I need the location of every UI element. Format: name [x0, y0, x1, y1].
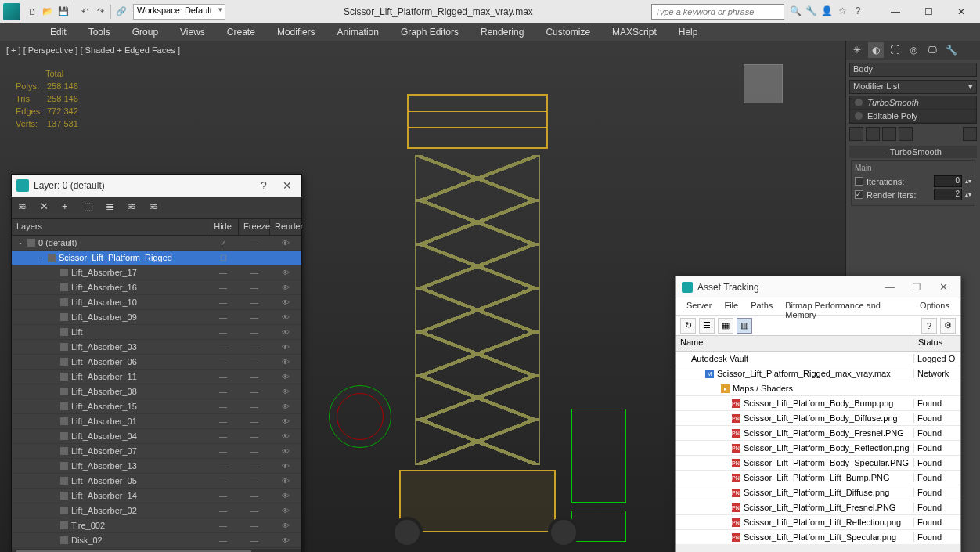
- menu-customize[interactable]: Customize: [535, 24, 601, 40]
- modifier-stack-item[interactable]: Editable Poly: [850, 110, 976, 123]
- iterations-spinner[interactable]: 0: [934, 175, 962, 187]
- link-icon[interactable]: 🔗: [114, 5, 128, 19]
- signin-icon[interactable]: 👤: [820, 5, 833, 18]
- menu-maxscript[interactable]: MAXScript: [601, 24, 668, 40]
- iterations-checkbox[interactable]: [855, 177, 863, 186]
- column-name[interactable]: Name: [676, 336, 913, 351]
- maximize-button[interactable]: ☐: [906, 281, 928, 293]
- asset-row[interactable]: PNGScissor_Lift_Platform_Lift_Reflection…: [676, 515, 960, 530]
- horizontal-scrollbar[interactable]: [676, 544, 960, 552]
- viewport-label[interactable]: [ + ] [ Perspective ] [ Shaded + Edged F…: [6, 45, 180, 55]
- menu-server[interactable]: Server: [680, 298, 718, 315]
- display-tab-icon[interactable]: 🖵: [924, 42, 940, 58]
- asset-row[interactable]: PNGScissor_Lift_Platform_Lift_Specular.p…: [676, 530, 960, 544]
- pin-stack-icon[interactable]: [849, 127, 863, 141]
- render-iters-spinner[interactable]: 2: [934, 189, 962, 200]
- show-result-icon[interactable]: [866, 127, 880, 141]
- tree-view-icon[interactable]: ▥: [737, 318, 752, 334]
- column-freeze[interactable]: Freeze: [239, 219, 270, 235]
- utilities-tab-icon[interactable]: 🔧: [943, 42, 959, 58]
- create-tab-icon[interactable]: ✳: [849, 42, 865, 58]
- configure-sets-icon[interactable]: [963, 127, 977, 141]
- layer-row[interactable]: Lift_Absorber_01——👁: [12, 414, 301, 429]
- undo-icon[interactable]: ↶: [77, 5, 92, 19]
- layer-row[interactable]: Lift_Absorber_08——👁: [12, 384, 301, 399]
- menu-group[interactable]: Group: [121, 24, 169, 40]
- table-view-icon[interactable]: ▦: [718, 318, 733, 334]
- asset-row[interactable]: PNGScissor_Lift_Platform_Body_Fresnel.PN…: [676, 426, 960, 441]
- menu-animation[interactable]: Animation: [326, 24, 390, 40]
- dialog-titlebar[interactable]: Asset Tracking — ☐ ✕: [676, 276, 960, 298]
- layer-row[interactable]: Lift_Absorber_05——👁: [12, 474, 301, 489]
- remove-modifier-icon[interactable]: [899, 127, 913, 141]
- motion-tab-icon[interactable]: ◎: [906, 42, 921, 58]
- layer-row[interactable]: Lift_Absorber_03——👁: [12, 340, 301, 355]
- asset-row[interactable]: PNGScissor_Lift_Platform_Body_Bump.pngFo…: [676, 396, 960, 411]
- column-render[interactable]: Render: [270, 219, 301, 235]
- layer-row[interactable]: -Scissor_Lift_Platform_Rigged☐: [12, 251, 301, 265]
- layer-tree[interactable]: -0 (default)✓—👁-Scissor_Lift_Platform_Ri…: [12, 236, 301, 549]
- layer-row[interactable]: Lift_Absorber_07——👁: [12, 444, 301, 459]
- menu-rendering[interactable]: Rendering: [470, 24, 535, 40]
- asset-row[interactable]: PNGScissor_Lift_Platform_Body_Diffuse.pn…: [676, 411, 960, 426]
- asset-row[interactable]: PNGScissor_Lift_Platform_Lift_Diffuse.pn…: [676, 485, 960, 500]
- hide-unhide-icon[interactable]: ≋: [128, 200, 142, 215]
- list-view-icon[interactable]: ☰: [699, 318, 715, 334]
- layer-row[interactable]: Lift_Absorber_13——👁: [12, 459, 301, 474]
- asset-row[interactable]: PNGScissor_Lift_Platform_Lift_Bump.PNGFo…: [676, 471, 960, 485]
- maximize-button[interactable]: ☐: [913, 2, 944, 21]
- rollout-header[interactable]: - TurboSmooth: [849, 146, 977, 158]
- menu-views[interactable]: Views: [169, 24, 216, 40]
- viewcube[interactable]: [744, 64, 783, 103]
- close-button[interactable]: ✕: [932, 281, 954, 293]
- refresh-icon[interactable]: ↻: [680, 318, 696, 334]
- favorite-icon[interactable]: ☆: [836, 5, 848, 18]
- layer-row[interactable]: Lift_Absorber_09——👁: [12, 310, 301, 325]
- layer-row[interactable]: Lift_Absorber_14——👁: [12, 489, 301, 503]
- asset-row[interactable]: Autodesk VaultLogged O: [676, 352, 960, 366]
- delete-layer-icon[interactable]: ✕: [40, 200, 54, 215]
- new-layer-icon[interactable]: ≋: [18, 200, 32, 215]
- freeze-unfreeze-icon[interactable]: ≋: [150, 200, 164, 215]
- horizontal-scrollbar[interactable]: [12, 549, 301, 552]
- modifier-stack[interactable]: TurboSmoothEditable Poly: [849, 96, 977, 124]
- layer-row[interactable]: Lift_Absorber_17——👁: [12, 265, 301, 280]
- layer-row[interactable]: Tire_002——👁: [12, 518, 301, 533]
- hierarchy-tab-icon[interactable]: ⛶: [887, 42, 903, 58]
- help-icon[interactable]: ?: [921, 318, 937, 334]
- asset-row[interactable]: PNGScissor_Lift_Platform_Body_Reflection…: [676, 441, 960, 456]
- wrench-icon[interactable]: 🔧: [805, 5, 817, 18]
- menu-modifiers[interactable]: Modifiers: [266, 24, 326, 40]
- menu-bitmap-performance-and-memory[interactable]: Bitmap Performance and Memory: [779, 298, 913, 315]
- layer-row[interactable]: Lift——👁: [12, 325, 301, 340]
- new-icon[interactable]: 🗋: [25, 5, 39, 19]
- menu-options[interactable]: Options: [913, 298, 956, 315]
- help-button[interactable]: ?: [254, 179, 273, 192]
- column-status[interactable]: Status: [913, 336, 960, 351]
- asset-tree[interactable]: Autodesk VaultLogged OMScissor_Lift_Plat…: [676, 352, 960, 544]
- asset-row[interactable]: MScissor_Lift_Platform_Rigged_max_vray.m…: [676, 366, 960, 381]
- layer-row[interactable]: Lift_Absorber_02——👁: [12, 503, 301, 518]
- layer-row[interactable]: Lift_Absorber_06——👁: [12, 355, 301, 370]
- menu-tools[interactable]: Tools: [77, 24, 121, 40]
- layer-row[interactable]: Disk_02——👁: [12, 533, 301, 548]
- workspace-dropdown[interactable]: Workspace: Default: [133, 4, 225, 20]
- app-icon[interactable]: [3, 3, 20, 20]
- options-icon[interactable]: ⚙: [940, 318, 956, 334]
- open-icon[interactable]: 📂: [41, 5, 55, 19]
- minimize-button[interactable]: —: [880, 2, 911, 21]
- menu-file[interactable]: File: [718, 298, 744, 315]
- close-button[interactable]: ✕: [946, 2, 977, 21]
- render-iters-checkbox[interactable]: [855, 190, 863, 199]
- help-icon[interactable]: ?: [852, 5, 864, 18]
- close-button[interactable]: ✕: [278, 179, 297, 192]
- asset-row[interactable]: ▸Maps / Shaders: [676, 381, 960, 396]
- save-icon[interactable]: 💾: [56, 5, 70, 19]
- menu-graph-editors[interactable]: Graph Editors: [390, 24, 470, 40]
- menu-create[interactable]: Create: [216, 24, 266, 40]
- menu-paths[interactable]: Paths: [744, 298, 779, 315]
- layer-row[interactable]: Lift_Absorber_16——👁: [12, 280, 301, 295]
- layer-row[interactable]: Lift_Absorber_10——👁: [12, 295, 301, 310]
- modifier-stack-item[interactable]: TurboSmooth: [850, 96, 976, 110]
- modify-tab-icon[interactable]: ◐: [868, 42, 884, 58]
